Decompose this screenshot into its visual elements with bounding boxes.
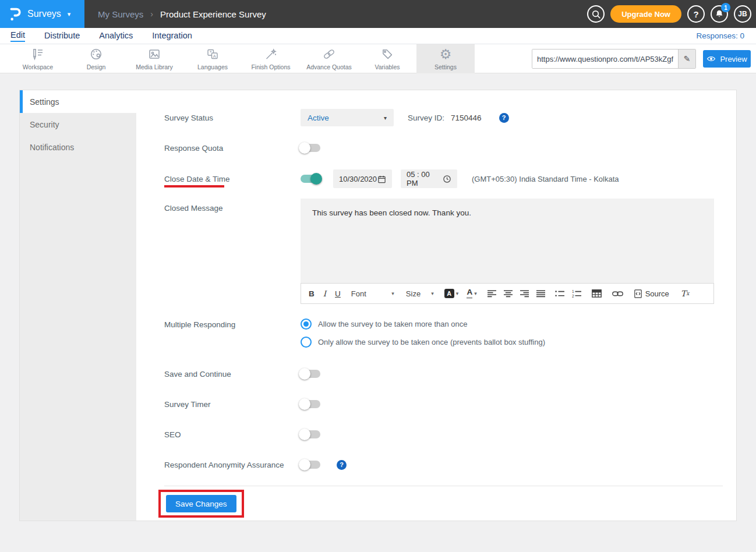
bullet-list-button[interactable] <box>555 290 564 298</box>
underline-button[interactable]: U <box>335 289 341 298</box>
closed-message-textarea[interactable]: This survey has been closed now. Thank y… <box>301 199 714 283</box>
toolbar-item-design[interactable]: Design <box>67 44 125 73</box>
calendar-icon <box>377 175 386 183</box>
chevron-down-icon: ▾ <box>384 115 387 121</box>
multiple-responding-row: Multiple Responding Allow the survey to … <box>164 319 545 348</box>
save-and-continue-toggle[interactable] <box>301 370 320 378</box>
tab-distribute[interactable]: Distribute <box>44 31 80 41</box>
translate-icon: *A <box>206 47 220 62</box>
breadcrumb-my-surveys[interactable]: My Surveys <box>98 9 143 19</box>
close-date-annotation-underline <box>164 185 224 187</box>
chevron-down-icon: ▾ <box>431 291 434 296</box>
survey-url-input[interactable] <box>532 49 678 68</box>
multiple-responding-label: Multiple Responding <box>164 319 301 331</box>
respondent-anonymity-help-icon[interactable]: ? <box>337 460 347 470</box>
link-icon[interactable] <box>612 291 623 297</box>
responses-count: Responses: 0 <box>696 31 744 40</box>
search-button[interactable] <box>587 5 605 23</box>
gear-icon: ⚙ <box>440 47 452 62</box>
remove-format-button[interactable]: Tx <box>681 289 689 298</box>
brand[interactable]: Surveys ▾ <box>0 0 84 28</box>
pencil-icon: ✎ <box>684 54 691 63</box>
survey-status-label: Survey Status <box>164 114 301 122</box>
toolbar-item-workspace[interactable]: Workspace <box>9 44 67 73</box>
respondent-anonymity-toggle[interactable] <box>301 461 320 469</box>
radio-option-once[interactable]: Only allow the survey to be taken once (… <box>301 337 545 348</box>
preview-button[interactable]: Preview <box>703 50 751 68</box>
save-and-continue-row: Save and Continue <box>164 368 320 380</box>
workspace-icon <box>31 47 45 62</box>
close-date-field[interactable]: 10/30/2020 <box>333 169 392 188</box>
upgrade-now-button[interactable]: Upgrade Now <box>610 5 681 23</box>
bold-button[interactable]: B <box>309 289 315 298</box>
breadcrumb: My Surveys › Product Experience Survey <box>98 9 266 19</box>
text-color-button[interactable]: A ▾ <box>467 288 476 298</box>
response-quota-row: Response Quota <box>164 142 320 154</box>
survey-status-row: Survey Status Active ▾ Survey ID: 715044… <box>164 109 509 126</box>
sidebar-item-security[interactable]: Security <box>20 113 136 136</box>
settings-sidebar: Settings Security Notifications <box>20 90 136 521</box>
svg-text:1: 1 <box>572 290 574 293</box>
save-changes-button[interactable]: Save Changes <box>166 495 236 512</box>
settings-card: Settings Security Notifications Survey S… <box>19 90 737 521</box>
edit-url-button[interactable]: ✎ <box>678 49 695 68</box>
tab-integration[interactable]: Integration <box>152 31 192 41</box>
seo-toggle[interactable] <box>301 430 320 438</box>
save-changes-annotation-box: Save Changes <box>158 490 244 518</box>
eye-icon <box>706 55 716 62</box>
survey-status-select[interactable]: Active ▾ <box>301 109 394 126</box>
page-title: Product Experience Survey <box>160 9 266 19</box>
toolbar-item-languages[interactable]: *A Languages <box>183 44 242 73</box>
sidebar-item-settings[interactable]: Settings <box>20 90 136 113</box>
toolbar-item-media-library[interactable]: Media Library <box>125 44 183 73</box>
background-color-button[interactable]: A ▾ <box>444 289 459 298</box>
respondent-anonymity-label: Respondent Anonymity Assurance <box>164 461 301 469</box>
toolbar-item-settings[interactable]: ⚙ Settings <box>416 44 475 73</box>
radio-selected-icon <box>301 319 312 330</box>
survey-id-label: Survey ID: <box>408 114 444 122</box>
font-dropdown[interactable]: Font ▾ <box>351 289 394 298</box>
table-button[interactable] <box>592 289 602 298</box>
response-quota-toggle[interactable] <box>301 144 320 152</box>
chevron-down-icon: ▾ <box>391 291 394 296</box>
close-date-row: Close Date & Time 10/30/2020 05 : 00 PM … <box>164 169 619 188</box>
align-right-button[interactable] <box>520 290 529 298</box>
palette-icon <box>89 47 103 62</box>
toolbar-item-variables[interactable]: Variables <box>358 44 416 73</box>
svg-text:*: * <box>210 49 212 55</box>
survey-id-help-icon[interactable]: ? <box>499 113 509 123</box>
close-date-toggle[interactable] <box>301 175 320 183</box>
source-button[interactable]: Source <box>634 289 669 298</box>
avatar[interactable]: JB <box>734 5 751 23</box>
tab-analytics[interactable]: Analytics <box>99 31 133 41</box>
numbered-list-button[interactable]: 12 <box>572 290 581 298</box>
help-button[interactable]: ? <box>687 5 705 23</box>
top-bar: Surveys ▾ My Surveys › Product Experienc… <box>0 0 756 28</box>
italic-button[interactable]: I <box>323 289 326 298</box>
topbar-actions: Upgrade Now ? 1 JB <box>587 0 751 28</box>
survey-id-value: 7150446 <box>451 114 482 122</box>
survey-timer-toggle[interactable] <box>301 400 320 408</box>
sidebar-item-notifications[interactable]: Notifications <box>20 136 136 158</box>
chain-links-icon <box>322 47 336 62</box>
close-time-field[interactable]: 05 : 00 PM <box>401 169 457 188</box>
edit-toolbar: Workspace Design Media Library *A Langua… <box>0 44 756 73</box>
magic-wand-icon <box>264 47 278 62</box>
seo-row: SEO <box>164 429 320 440</box>
radio-unselected-icon <box>301 337 312 348</box>
tag-icon <box>380 47 394 62</box>
justify-button[interactable] <box>536 290 545 298</box>
align-left-button[interactable] <box>487 290 496 298</box>
notifications-button[interactable]: 1 <box>711 5 728 23</box>
toolbar-item-finish-options[interactable]: Finish Options <box>242 44 300 73</box>
chevron-down-icon: ▾ <box>68 10 71 18</box>
radio-option-more-than-once[interactable]: Allow the survey to be taken more than o… <box>301 319 545 330</box>
tab-edit[interactable]: Edit <box>10 30 25 42</box>
bg-color-icon: A <box>444 289 454 298</box>
align-center-button[interactable] <box>504 290 513 298</box>
questionpro-logo-icon <box>9 6 22 22</box>
svg-text:2: 2 <box>572 293 574 297</box>
survey-timer-label: Survey Timer <box>164 400 301 409</box>
size-dropdown[interactable]: Size ▾ <box>406 289 434 298</box>
toolbar-item-advance-quotas[interactable]: Advance Quotas <box>300 44 358 73</box>
